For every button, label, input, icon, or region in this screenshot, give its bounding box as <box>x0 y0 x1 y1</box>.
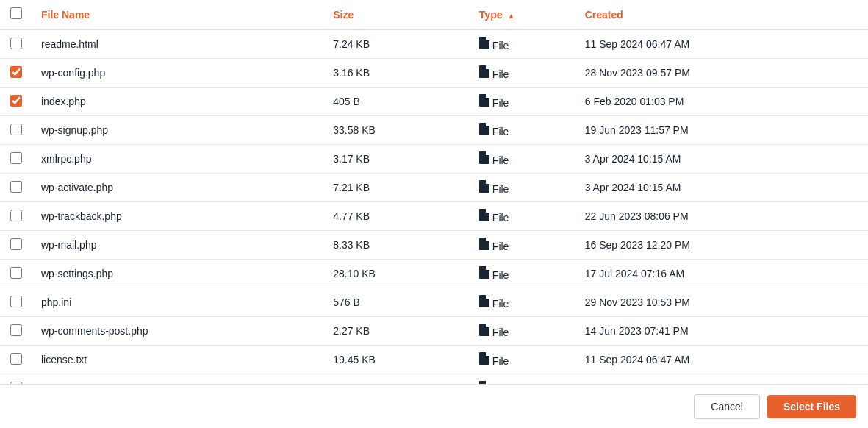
file-type-icon <box>479 151 489 164</box>
table-row: wp-mail.php8.33 KBFile16 Sep 2023 12:20 … <box>0 231 868 260</box>
table-row: index.php405 BFile6 Feb 2020 01:03 PM <box>0 88 868 116</box>
file-type-icon <box>479 37 489 49</box>
row-type-label: File <box>492 298 509 310</box>
row-checkbox-cell <box>0 59 32 88</box>
col-created-label: Created <box>585 9 623 21</box>
table-row: wp-config.php3.16 KBFile28 Nov 2023 09:5… <box>0 59 868 88</box>
row-checkbox[interactable] <box>10 152 22 164</box>
table-header: File Name Size Type ▲ Created <box>0 0 868 29</box>
col-type-label: Type <box>479 9 503 21</box>
row-type-label: File <box>492 355 509 367</box>
col-size-label: Size <box>333 9 354 21</box>
select-files-button[interactable]: Select Files <box>767 395 856 418</box>
dialog-footer: Cancel Select Files <box>0 385 868 428</box>
row-filename: wp-trackback.php <box>32 202 324 231</box>
table-row: wp-trackback.php4.77 KBFile22 Jun 2023 0… <box>0 202 868 231</box>
table-row: wp-signup.php33.58 KBFile19 Jun 2023 11:… <box>0 116 868 145</box>
row-filename: wp-links-opml.php <box>32 374 324 385</box>
row-checkbox-cell <box>0 260 32 288</box>
row-size: 19.45 KB <box>324 346 470 374</box>
row-checkbox-cell <box>0 231 32 260</box>
row-type: File <box>470 288 576 317</box>
row-filename: wp-comments-post.php <box>32 317 324 346</box>
row-type: File <box>470 116 576 145</box>
row-checkbox-cell <box>0 29 32 59</box>
file-table: File Name Size Type ▲ Created readme. <box>0 0 868 385</box>
row-checkbox[interactable] <box>10 210 22 221</box>
row-checkbox[interactable] <box>10 181 22 193</box>
table-row: wp-links-opml.php2.44 KBFile27 Nov 2022 … <box>0 374 868 385</box>
row-size: 405 B <box>324 88 470 116</box>
row-checkbox[interactable] <box>10 124 22 135</box>
row-checkbox-cell <box>0 374 32 385</box>
row-size: 576 B <box>324 288 470 317</box>
row-size: 28.10 KB <box>324 260 470 288</box>
row-checkbox[interactable] <box>10 296 22 307</box>
file-type-icon <box>479 180 489 193</box>
file-type-icon <box>479 352 489 365</box>
row-type-label: File <box>492 154 509 166</box>
row-created: 14 Jun 2023 07:41 PM <box>576 317 868 346</box>
row-size: 7.21 KB <box>324 174 470 202</box>
row-created: 19 Jun 2023 11:57 PM <box>576 116 868 145</box>
row-type: File <box>470 260 576 288</box>
row-size: 3.16 KB <box>324 59 470 88</box>
file-type-icon <box>479 123 489 135</box>
col-filename: File Name <box>32 0 324 29</box>
row-created: 3 Apr 2024 10:15 AM <box>576 145 868 174</box>
row-created: 29 Nov 2023 10:53 PM <box>576 288 868 317</box>
row-filename: wp-mail.php <box>32 231 324 260</box>
cancel-button[interactable]: Cancel <box>694 394 760 419</box>
file-table-wrapper: File Name Size Type ▲ Created readme. <box>0 0 868 385</box>
row-created: 3 Apr 2024 10:15 AM <box>576 174 868 202</box>
row-filename: readme.html <box>32 29 324 59</box>
select-all-header <box>0 0 32 29</box>
row-checkbox[interactable] <box>10 238 22 250</box>
col-filename-label: File Name <box>41 9 90 21</box>
row-type: File <box>470 202 576 231</box>
row-checkbox[interactable] <box>10 66 22 78</box>
row-type-label: File <box>492 40 509 51</box>
row-filename: license.txt <box>32 346 324 374</box>
row-created: 16 Sep 2023 12:20 PM <box>576 231 868 260</box>
row-checkbox-cell <box>0 174 32 202</box>
row-checkbox-cell <box>0 346 32 374</box>
row-type-label: File <box>492 126 509 138</box>
table-row: license.txt19.45 KBFile11 Sep 2024 06:47… <box>0 346 868 374</box>
row-type-label: File <box>492 183 509 195</box>
row-checkbox[interactable] <box>10 95 22 107</box>
row-created: 27 Nov 2022 03:31 AM <box>576 374 868 385</box>
row-filename: php.ini <box>32 288 324 317</box>
row-checkbox[interactable] <box>10 353 22 365</box>
table-row: php.ini576 BFile29 Nov 2023 10:53 PM <box>0 288 868 317</box>
row-type: File <box>470 174 576 202</box>
file-selector-dialog: File Name Size Type ▲ Created readme. <box>0 0 868 428</box>
col-type[interactable]: Type ▲ <box>470 0 576 29</box>
row-size: 4.77 KB <box>324 202 470 231</box>
row-size: 3.17 KB <box>324 145 470 174</box>
file-type-icon <box>479 324 489 336</box>
row-type: File <box>470 317 576 346</box>
row-created: 22 Jun 2023 08:06 PM <box>576 202 868 231</box>
file-type-icon <box>479 65 489 78</box>
row-size: 8.33 KB <box>324 231 470 260</box>
row-checkbox-cell <box>0 288 32 317</box>
table-row: readme.html7.24 KBFile11 Sep 2024 06:47 … <box>0 29 868 59</box>
col-size: Size <box>324 0 470 29</box>
row-checkbox[interactable] <box>10 324 22 336</box>
row-checkbox-cell <box>0 88 32 116</box>
row-type: File <box>470 145 576 174</box>
row-filename: wp-signup.php <box>32 116 324 145</box>
row-type-label: File <box>492 212 509 224</box>
row-checkbox[interactable] <box>10 38 22 49</box>
row-filename: xmlrpc.php <box>32 145 324 174</box>
row-size: 33.58 KB <box>324 116 470 145</box>
select-all-checkbox[interactable] <box>10 7 22 19</box>
row-checkbox[interactable] <box>10 267 22 279</box>
row-type-label: File <box>492 269 509 281</box>
row-filename: wp-config.php <box>32 59 324 88</box>
row-created: 28 Nov 2023 09:57 PM <box>576 59 868 88</box>
file-type-icon <box>479 238 489 250</box>
sort-arrow-icon: ▲ <box>507 12 514 20</box>
row-filename: wp-activate.php <box>32 174 324 202</box>
